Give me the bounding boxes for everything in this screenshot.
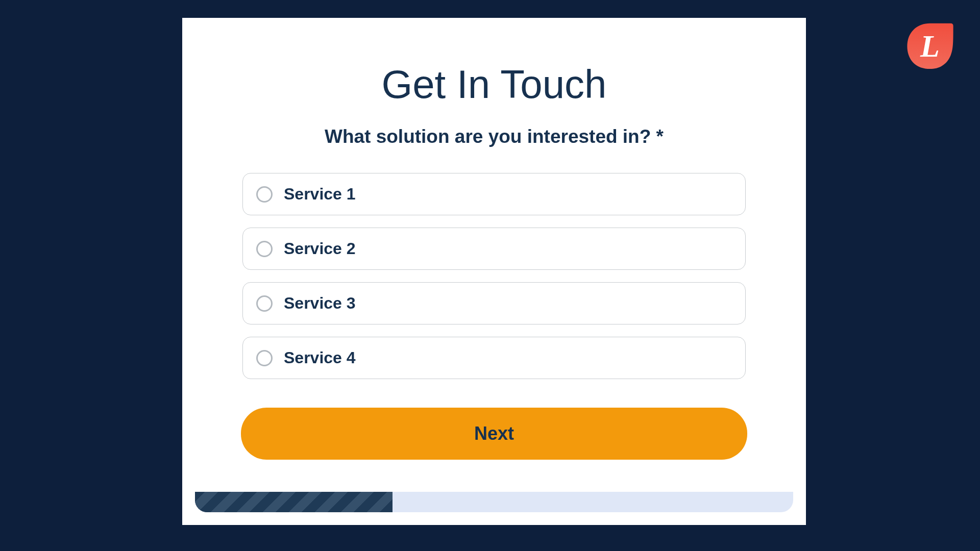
option-label: Service 2 [284, 239, 356, 258]
form-card-outer: Get In Touch What solution are you inter… [182, 18, 806, 525]
radio-icon [256, 241, 273, 257]
form-question: What solution are you interested in? * [325, 126, 664, 147]
logo-icon: L [904, 20, 955, 70]
option-service-1[interactable]: Service 1 [242, 173, 746, 215]
radio-icon [256, 295, 273, 312]
form-title: Get In Touch [382, 61, 607, 108]
option-service-2[interactable]: Service 2 [242, 228, 746, 270]
radio-icon [256, 350, 273, 366]
logo-badge: L [904, 20, 955, 70]
progress-fill [195, 492, 393, 512]
progress-bar [195, 492, 793, 512]
next-button[interactable]: Next [241, 408, 747, 460]
logo-letter: L [920, 28, 940, 64]
option-service-3[interactable]: Service 3 [242, 282, 746, 324]
option-label: Service 3 [284, 294, 356, 313]
option-label: Service 4 [284, 348, 356, 367]
form-content: Get In Touch What solution are you inter… [195, 31, 793, 480]
option-service-4[interactable]: Service 4 [242, 337, 746, 379]
options-container: Service 1 Service 2 Service 3 Service 4 [241, 173, 747, 379]
radio-icon [256, 186, 273, 203]
form-card-inner: Get In Touch What solution are you inter… [195, 31, 793, 512]
option-label: Service 1 [284, 185, 356, 204]
